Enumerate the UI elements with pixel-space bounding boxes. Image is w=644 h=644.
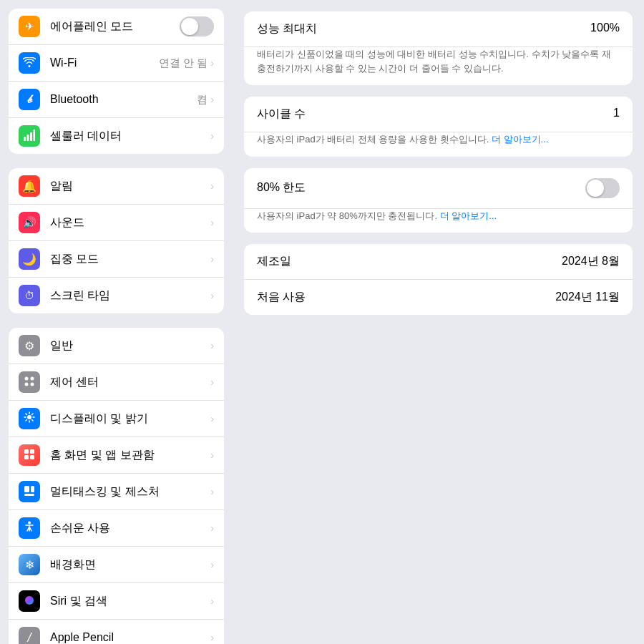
accessibility-label: 손쉬운 사용 <box>50 521 210 536</box>
notifications-group: 🔔 알림 › 🔊 사운드 › 🌙 집중 모드 › ⏱ 스크린 타임 <box>9 168 224 313</box>
sidebar-item-accessibility[interactable]: 손쉬운 사용 › <box>9 510 224 547</box>
sidebar-item-airplane[interactable]: ✈ 에어플레인 모드 <box>9 9 224 45</box>
manufacture-row: 제조일 2024년 8월 <box>244 244 633 280</box>
sidebar-item-general[interactable]: ⚙ 일반 › <box>9 328 224 364</box>
alarm-chevron: › <box>210 180 214 192</box>
sidebar-item-pencil[interactable]: / Apple Pencil › <box>9 620 224 644</box>
battery-content: 성능 최대치 100% 배터리가 신품이었을 때의 성능에 대비한 배터리 성능… <box>233 0 644 644</box>
cycle-row: 사이클 수 1 <box>244 97 633 132</box>
system-group: ⚙ 일반 › 제어 센터 › <box>9 328 224 644</box>
sound-chevron: › <box>210 217 214 228</box>
focus-icon: 🌙 <box>19 248 40 270</box>
sidebar-item-focus[interactable]: 🌙 집중 모드 › <box>9 241 224 278</box>
performance-card: 성능 최대치 100% 배터리가 신품이었을 때의 성능에 대비한 배터리 성능… <box>244 11 633 85</box>
limit-label: 80% 한도 <box>257 180 585 195</box>
limit-row: 80% 한도 <box>244 168 633 209</box>
limit-learn-more-link[interactable]: 더 알아보기... <box>440 210 497 221</box>
general-chevron: › <box>210 340 214 351</box>
home-label: 홈 화면 및 앱 보관함 <box>50 448 210 463</box>
limit-toggle[interactable] <box>585 178 620 198</box>
accessibility-chevron: › <box>210 522 214 534</box>
control-icon <box>19 371 40 393</box>
sidebar-item-siri[interactable]: Siri 및 검색 › <box>9 583 224 620</box>
wallpaper-chevron: › <box>210 559 214 570</box>
cycle-card: 사이클 수 1 사용자의 iPad가 배터리 전체 용량을 사용한 횟수입니다.… <box>244 97 633 157</box>
sidebar-item-screentime[interactable]: ⏱ 스크린 타임 › <box>9 278 224 313</box>
sidebar-item-wallpaper[interactable]: ❄ 배경화면 › <box>9 547 224 583</box>
bluetooth-label: Bluetooth <box>50 93 197 106</box>
multitask-label: 멀티태스킹 및 제스처 <box>50 484 210 499</box>
display-label: 디스플레이 및 밝기 <box>50 411 210 426</box>
sidebar-item-home[interactable]: 홈 화면 및 앱 보관함 › <box>9 437 224 474</box>
svg-rect-17 <box>24 449 29 454</box>
screentime-chevron: › <box>210 290 214 301</box>
performance-row: 성능 최대치 100% <box>244 11 633 47</box>
cycle-value: 1 <box>613 107 620 119</box>
svg-point-4 <box>25 376 29 380</box>
svg-rect-0 <box>24 137 26 141</box>
svg-point-6 <box>25 382 29 386</box>
pencil-chevron: › <box>210 632 214 643</box>
svg-rect-1 <box>27 135 29 141</box>
svg-rect-23 <box>24 494 34 496</box>
sidebar-item-display[interactable]: 디스플레이 및 밝기 › <box>9 401 224 437</box>
sidebar-item-multitask[interactable]: 멀티태스킹 및 제스처 › <box>9 474 224 510</box>
svg-point-8 <box>27 415 31 419</box>
sidebar-item-control[interactable]: 제어 센터 › <box>9 364 224 401</box>
screentime-icon: ⏱ <box>19 285 40 306</box>
svg-line-13 <box>26 414 27 415</box>
first-use-label: 처음 사용 <box>257 290 555 305</box>
home-chevron: › <box>210 449 214 461</box>
cycle-learn-more-link[interactable]: 더 알아보기... <box>492 134 548 145</box>
dates-card: 제조일 2024년 8월 처음 사용 2024년 11월 <box>244 244 633 315</box>
wifi-label: Wi-Fi <box>50 57 159 69</box>
bluetooth-value: 켬 <box>197 93 208 107</box>
multitask-icon <box>19 481 40 502</box>
airplane-label: 에어플레인 모드 <box>50 19 180 34</box>
sidebar-item-bluetooth[interactable]: 𝒷 Bluetooth 켬 › <box>9 82 224 118</box>
svg-point-7 <box>31 382 34 386</box>
multitask-chevron: › <box>210 486 214 497</box>
bluetooth-icon: 𝒷 <box>19 89 40 110</box>
svg-rect-19 <box>24 455 29 459</box>
pencil-icon: / <box>19 627 40 644</box>
connectivity-group: ✈ 에어플레인 모드 Wi-Fi 연결 안 됨 <box>9 9 224 154</box>
focus-chevron: › <box>210 253 214 265</box>
svg-rect-3 <box>34 130 36 141</box>
sound-icon: 🔊 <box>19 212 40 233</box>
wallpaper-label: 배경화면 <box>50 557 210 572</box>
bluetooth-chevron: › <box>210 94 214 105</box>
home-icon <box>19 444 40 466</box>
focus-label: 집중 모드 <box>50 252 210 267</box>
svg-rect-21 <box>24 486 29 492</box>
performance-value: 100% <box>590 21 620 34</box>
sidebar-item-wifi[interactable]: Wi-Fi 연결 안 됨 › <box>9 45 224 82</box>
sidebar-item-alarm[interactable]: 🔔 알림 › <box>9 168 224 205</box>
accessibility-icon <box>19 517 40 539</box>
siri-label: Siri 및 검색 <box>50 594 210 609</box>
wallpaper-icon: ❄ <box>19 554 40 575</box>
cellular-chevron: › <box>210 130 214 142</box>
sidebar-item-sound[interactable]: 🔊 사운드 › <box>9 205 224 241</box>
wifi-chevron: › <box>210 57 214 69</box>
svg-rect-20 <box>30 455 34 459</box>
svg-rect-2 <box>30 132 32 141</box>
svg-point-24 <box>28 522 31 525</box>
cycle-desc: 사용자의 iPad가 배터리 전체 용량을 사용한 횟수입니다. 더 알아보기.… <box>244 132 633 157</box>
cycle-label: 사이클 수 <box>257 107 613 122</box>
alarm-icon: 🔔 <box>19 175 40 197</box>
first-use-row: 처음 사용 2024년 11월 <box>244 280 633 315</box>
pencil-label: Apple Pencil <box>50 631 210 644</box>
display-icon <box>19 408 40 429</box>
limit-card: 80% 한도 사용자의 iPad가 약 80%까지만 충전됩니다. 더 알아보기… <box>244 168 633 233</box>
svg-line-14 <box>32 420 34 421</box>
svg-line-15 <box>32 414 34 415</box>
siri-icon <box>19 590 40 612</box>
sidebar-item-cellular[interactable]: 셀룰러 데이터 › <box>9 118 224 154</box>
performance-label: 성능 최대치 <box>257 21 590 36</box>
airplane-toggle[interactable] <box>180 16 214 36</box>
wifi-value: 연결 안 됨 <box>159 57 208 70</box>
performance-desc: 배터리가 신품이었을 때의 성능에 대비한 배터리 성능 수치입니다. 수치가 … <box>244 47 633 85</box>
wifi-icon <box>19 52 40 74</box>
limit-desc: 사용자의 iPad가 약 80%까지만 충전됩니다. 더 알아보기... <box>244 209 633 233</box>
